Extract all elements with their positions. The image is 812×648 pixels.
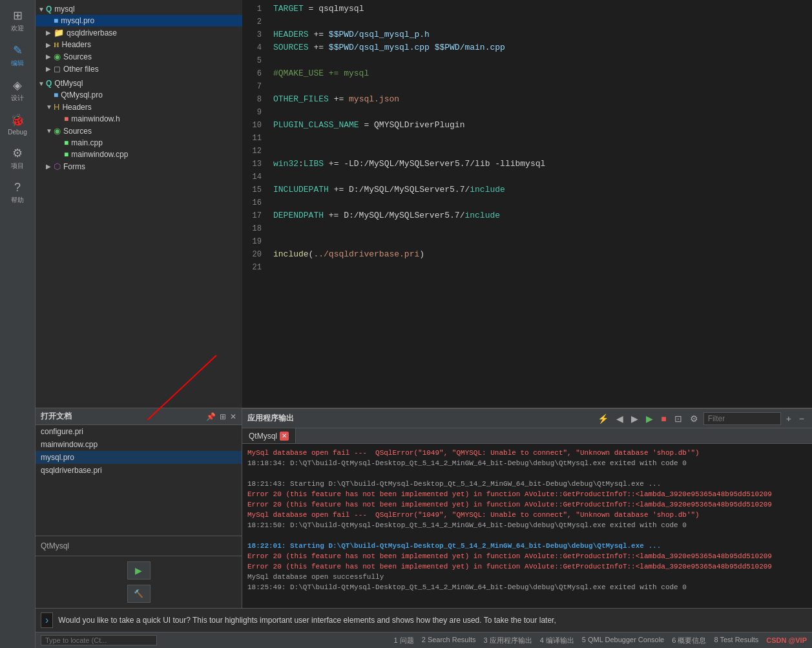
hammer-button[interactable]: 🔨	[127, 585, 151, 603]
code-line-9: 9	[242, 106, 812, 119]
toolbar-debug[interactable]: 🐞 Debug	[0, 108, 35, 141]
code-line-19: 19	[242, 235, 812, 248]
pin-icon[interactable]: 📌	[206, 412, 216, 421]
status-bar: 1 问题 2 Search Results 3 应用程序输出 4 编译输出 5 …	[36, 632, 812, 648]
toolbar-welcome[interactable]: ⊞ 欢迎	[0, 3, 35, 38]
tree-label-mainwindow-cpp: mainwindow.cpp	[71, 150, 128, 159]
arrow-icon: ▼	[46, 103, 52, 110]
tree-qtmysql[interactable]: ▼ Q QtMysql	[36, 78, 242, 89]
project-label: QtMysql	[41, 541, 69, 550]
code-line-5: 5	[242, 54, 812, 67]
prev-btn[interactable]: ◀	[614, 412, 626, 425]
status-tab-3[interactable]: 3 应用程序输出	[483, 636, 532, 645]
tree-label-qtmysql-headers: Headers	[62, 103, 91, 112]
tree-mysql[interactable]: ▼ Q mysql	[36, 3, 242, 15]
tree-other-files[interactable]: ▶ ◻ Other files	[36, 63, 242, 75]
headers-icon: H	[54, 41, 59, 48]
open-docs-panel: 打开文档 📌 ⊞ ✕ configure.pri mainwindow.cpp …	[36, 408, 242, 608]
tour-banner: › Would you like to take a quick UI tour…	[36, 608, 812, 632]
output-line-10: 18:22:01: Starting D:\QT\build-QtMysql-D…	[247, 541, 807, 551]
tree-qtmysql-sources[interactable]: ▼ ◉ Sources	[36, 125, 242, 137]
output-tab-qtmysql[interactable]: QtMysql ✕	[242, 428, 296, 443]
tree-sources[interactable]: ▶ ◉ Sources	[36, 50, 242, 63]
run-button[interactable]: ▶	[127, 561, 151, 580]
split-icon[interactable]: ⊞	[220, 412, 226, 421]
status-search	[41, 635, 386, 645]
editor-content[interactable]: 1 TARGET = qsqlmysql 2 3 HEADERS += $$PW…	[242, 0, 812, 408]
settings-btn[interactable]: ⚙	[687, 412, 701, 425]
status-tab-8[interactable]: 8 Test Results	[714, 636, 758, 645]
tree-label-sources: Sources	[63, 52, 92, 61]
code-line-3: 3 HEADERS += $$PWD/qsql_mysql_p.h	[242, 28, 812, 41]
minus-btn[interactable]: −	[796, 412, 807, 425]
add-btn[interactable]: +	[784, 412, 794, 425]
tree-headers[interactable]: ▶ H Headers	[36, 39, 242, 50]
output-panel: 应用程序输出 ⚡ ◀ ▶ ▶ ■ ⊡ ⚙ + −	[242, 408, 812, 608]
tree-label-mysql: mysql	[54, 5, 74, 14]
tour-arrow-btn[interactable]: ›	[41, 612, 53, 628]
output-line-11: Error 20 (this feature has not been impl…	[247, 551, 807, 561]
toolbar-design[interactable]: ◈ 设计	[0, 73, 35, 108]
status-tab-2[interactable]: 2 Search Results	[422, 636, 476, 645]
detach-btn[interactable]: ⊡	[672, 412, 685, 425]
toolbar-welcome-label: 欢迎	[11, 24, 24, 33]
tab-close-qtmysql[interactable]: ✕	[280, 432, 289, 441]
output-title: 应用程序输出	[247, 413, 294, 424]
code-line-2: 2	[242, 16, 812, 28]
output-line-4: 18:21:43: Starting D:\QT\build-QtMysql-D…	[247, 479, 807, 489]
doc-qsqldriverbase[interactable]: qsqldriverbase.pri	[36, 464, 242, 477]
tree-qtmysql-headers[interactable]: ▼ H Headers	[36, 101, 242, 113]
status-tab-4[interactable]: 4 编译输出	[540, 636, 574, 645]
doc-mainwindow-cpp[interactable]: mainwindow.cpp	[36, 438, 242, 451]
status-tab-6[interactable]: 6 概要信息	[672, 636, 706, 645]
locate-input[interactable]	[41, 635, 157, 645]
editor-panel: 1 TARGET = qsqlmysql 2 3 HEADERS += $$PW…	[242, 0, 812, 408]
panel-controls: ⚡ ◀ ▶ ▶ ■ ⊡ ⚙ + −	[595, 412, 807, 425]
tree-forms[interactable]: ▶ ⬡ Forms	[36, 160, 242, 172]
stop-btn[interactable]: ■	[658, 412, 669, 425]
tour-text: Would you like to take a quick UI tour? …	[58, 616, 556, 625]
code-line-18: 18	[242, 222, 812, 235]
code-line-7: 7	[242, 80, 812, 93]
help-icon: ?	[14, 181, 21, 194]
toolbar-project-label: 项目	[11, 162, 24, 171]
page-wrapper: ⊞ 欢迎 ✎ 编辑 ◈ 设计 🐞 Debug ⚙ 项目 ? 帮助	[0, 0, 812, 648]
content-wrapper: ▼ Q mysql ■ mysql.pro ▶ 📁 qsqldriverbase	[36, 0, 812, 648]
attach-btn[interactable]: ⚡	[595, 412, 611, 425]
toolbar-edit[interactable]: ✎ 编辑	[0, 38, 35, 73]
open-docs-icons: 📌 ⊞ ✕	[206, 412, 236, 421]
doc-mysql-pro[interactable]: mysql.pro	[36, 451, 242, 464]
code-line-4: 4 SOURCES += $$PWD/qsql_mysql.cpp $$PWD/…	[242, 41, 812, 54]
tree-qsqldriverbase[interactable]: ▶ 📁 qsqldriverbase	[36, 26, 242, 39]
folder-icon: 📁	[54, 28, 64, 37]
output-line-12: Error 20 (this feature has not been impl…	[247, 561, 807, 572]
output-line-1: MySql database open fail --- QSqlError("…	[247, 448, 807, 458]
open-docs-title: 打开文档	[41, 411, 72, 422]
output-line-5: Error 20 (this feature has not been impl…	[247, 489, 807, 499]
code-line-14: 14	[242, 171, 812, 183]
run-controls: ▶ 🔨	[36, 556, 242, 608]
pro-file-icon: ■	[54, 16, 58, 25]
toolbar-help[interactable]: ? 帮助	[0, 176, 35, 210]
cpp-file-icon2: ■	[64, 150, 68, 159]
arrow-icon: ▼	[38, 6, 45, 13]
tree-qtmysql-pro[interactable]: ■ QtMysql.pro	[36, 89, 242, 101]
code-line-1: 1 TARGET = qsqlmysql	[242, 3, 812, 16]
tree-main-cpp[interactable]: ■ main.cpp	[36, 137, 242, 149]
status-tab-1[interactable]: 1 问题	[394, 636, 414, 645]
next-btn[interactable]: ▶	[629, 412, 641, 425]
tree-mainwindow-cpp[interactable]: ■ mainwindow.cpp	[36, 149, 242, 160]
tree-mainwindow-h[interactable]: ■ mainwindow.h	[36, 113, 242, 125]
tree-label-mysql-pro: mysql.pro	[61, 16, 94, 25]
filter-input[interactable]	[703, 412, 781, 425]
headers-folder-icon: H	[54, 102, 59, 112]
output-content[interactable]: MySql database open fail --- QSqlError("…	[242, 444, 812, 608]
tab-label-qtmysql: QtMysql	[249, 432, 277, 441]
status-tab-5[interactable]: 5 QML Debugger Console	[582, 636, 664, 645]
close-icon[interactable]: ✕	[230, 412, 236, 421]
doc-configure[interactable]: configure.pri	[36, 425, 242, 438]
run-btn[interactable]: ▶	[643, 412, 656, 425]
code-line-11: 11	[242, 132, 812, 145]
tree-mysql-pro[interactable]: ■ mysql.pro	[36, 15, 242, 26]
toolbar-project[interactable]: ⚙ 项目	[0, 141, 35, 176]
